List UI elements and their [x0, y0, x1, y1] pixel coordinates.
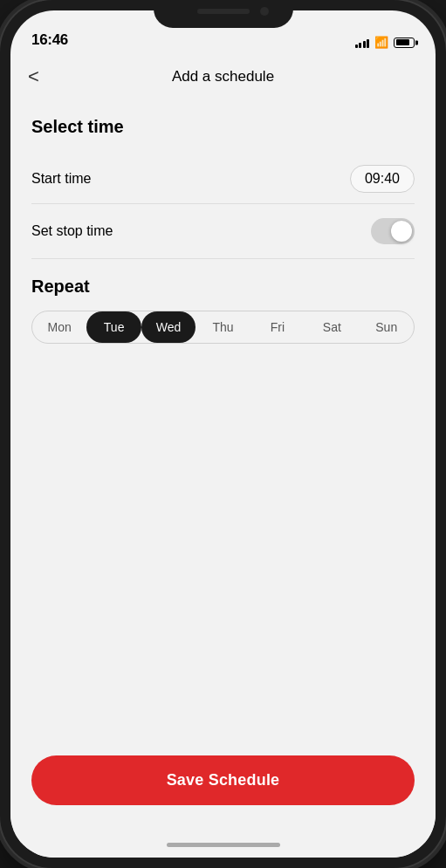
wifi-icon: 📶 [374, 36, 388, 49]
phone-frame: 16:46 📶 < Add a schedule [0, 0, 446, 868]
camera [260, 7, 269, 16]
select-time-title: Select time [31, 117, 415, 137]
repeat-section: Repeat MonTueWedThuFriSatSun [31, 277, 415, 344]
status-time: 16:46 [31, 31, 68, 49]
day-button-wed[interactable]: Wed [141, 311, 196, 343]
save-schedule-button[interactable]: Save Schedule [31, 755, 415, 805]
speaker [197, 9, 250, 14]
bottom-bar: Save Schedule [10, 742, 436, 831]
day-button-fri[interactable]: Fri [250, 311, 305, 343]
start-time-row: Start time 09:40 [31, 154, 415, 203]
stop-time-row: Set stop time [31, 204, 415, 258]
divider-2 [31, 258, 415, 259]
home-indicator [10, 831, 436, 858]
content-area: Select time Start time 09:40 Set stop ti… [10, 99, 436, 742]
notch [154, 0, 293, 28]
repeat-title: Repeat [31, 277, 415, 297]
back-button[interactable]: < [28, 62, 46, 92]
stop-time-label: Set stop time [31, 223, 113, 239]
screen: 16:46 📶 < Add a schedule [10, 10, 436, 858]
page-title: Add a schedule [172, 68, 274, 85]
day-button-mon[interactable]: Mon [32, 311, 86, 343]
nav-header: < Add a schedule [10, 54, 436, 99]
day-button-sun[interactable]: Sun [360, 311, 414, 343]
signal-icon [355, 38, 370, 48]
stop-time-toggle[interactable] [371, 218, 415, 244]
day-button-thu[interactable]: Thu [196, 311, 250, 343]
toggle-knob [391, 221, 412, 242]
day-button-tue[interactable]: Tue [86, 311, 141, 343]
status-icons: 📶 [355, 36, 415, 49]
start-time-value[interactable]: 09:40 [350, 165, 415, 193]
day-selector: MonTueWedThuFriSatSun [31, 311, 415, 344]
day-button-sat[interactable]: Sat [305, 311, 359, 343]
select-time-section: Select time Start time 09:40 Set stop ti… [31, 117, 415, 259]
start-time-label: Start time [31, 171, 91, 187]
battery-icon [394, 38, 415, 48]
home-bar [167, 843, 280, 847]
